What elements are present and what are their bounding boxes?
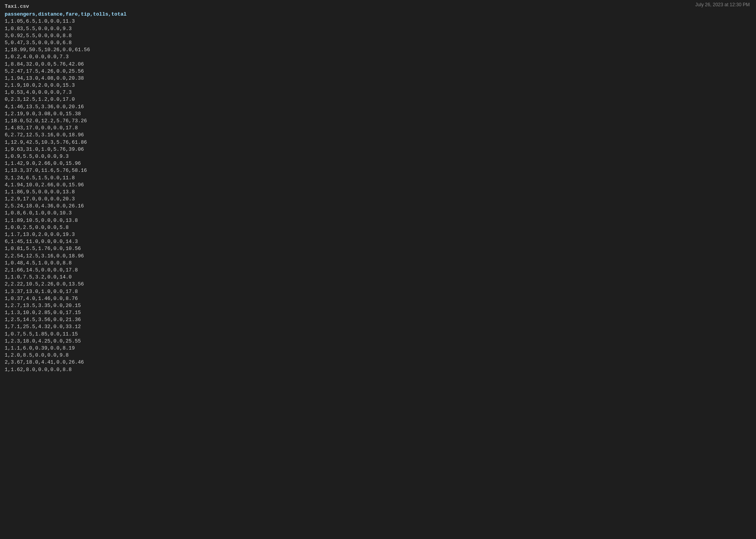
table-row: 4,1.94,10.0,2.66,0.0,15.96: [5, 182, 751, 189]
table-row: 1,1.42,9.0,2.66,0.0,15.96: [5, 160, 751, 167]
table-row: 1,0.8,6.0,1.0,0.0,10.3: [5, 210, 751, 217]
table-row: 1,12.9,42.5,10.3,5.76,61.86: [5, 139, 751, 146]
table-row: 4,1.46,13.5,3.36,0.0,20.16: [5, 104, 751, 111]
table-row: 1,13.3,37.0,11.6,5.76,58.16: [5, 167, 751, 174]
table-row: 3,1.24,6.5,1.5,0.0,11.8: [5, 175, 751, 182]
table-row: 1,1.89,10.5,0.0,0.0,13.8: [5, 217, 751, 224]
table-row: 2,2.22,10.5,2.26,0.0,13.56: [5, 281, 751, 288]
table-row: 1,8.84,32.0,0.0,5.76,42.06: [5, 61, 751, 68]
timestamp: July 26, 2023 at 12:30 PM: [695, 2, 750, 7]
table-row: 1,0.37,4.0,1.46,0.0,8.76: [5, 295, 751, 302]
table-row: 1,2.0,8.5,0.0,0.0,9.8: [5, 352, 751, 359]
table-row: 6,1.45,11.0,0.0,0.0,14.3: [5, 238, 751, 245]
table-row: 1,4.83,17.0,0.0,0.0,17.8: [5, 125, 751, 132]
table-row: 0,2.3,12.5,1.2,0.0,17.0: [5, 96, 751, 103]
filename: Taxi.csv: [5, 3, 751, 10]
table-row: 3,0.92,5.5,0.0,0.0,8.8: [5, 32, 751, 39]
table-row: 1,0.2,4.0,0.0,0.0,7.3: [5, 54, 751, 61]
table-row: 1,0.83,5.5,0.0,0.0,9.3: [5, 25, 751, 32]
table-row: 1,18.0,52.0,12.2,5.76,73.26: [5, 118, 751, 125]
table-row: 1,1.7,13.0,2.0,0.0,19.3: [5, 231, 751, 238]
table-row: 2,2.54,12.5,3.16,0.0,18.96: [5, 253, 751, 260]
table-row: 1,1.62,8.0,0.0,0.0,8.8: [5, 366, 751, 373]
table-row: 2,3.67,18.0,4.41,0.0,26.46: [5, 359, 751, 366]
table-row: 2,5.24,18.0,4.36,0.0,26.16: [5, 203, 751, 210]
table-row: 5,0.47,3.5,0.0,0.0,6.8: [5, 39, 751, 46]
table-row: 1,2.19,9.0,3.08,0.0,15.38: [5, 111, 751, 118]
table-row: 1,18.99,50.5,10.26,0.0,61.56: [5, 46, 751, 54]
table-row: 1,2.7,13.5,3.35,0.0,20.15: [5, 302, 751, 309]
table-row: 1,1.05,6.5,1.0,0.0,11.3: [5, 18, 751, 25]
table-row: 1,1.0,7.5,3.2,0.0,14.0: [5, 274, 751, 281]
table-row: 1,3.37,13.0,1.0,0.0,17.8: [5, 288, 751, 295]
table-row: 1,2.9,17.0,0.0,0.0,20.3: [5, 196, 751, 203]
table-row: 1,1.1,6.0,0.39,0.0,8.19: [5, 345, 751, 352]
table-row: 6,2.72,12.5,3.16,0.0,18.96: [5, 132, 751, 139]
table-row: 1,0.9,5.5,0.0,0.0,9.3: [5, 153, 751, 160]
table-row: 1,1.86,9.5,0.0,0.0,13.8: [5, 189, 751, 196]
csv-header: passengers,distance,fare,tip,tolls,total: [5, 11, 751, 18]
csv-data: 1,1.05,6.5,1.0,0.0,11.31,0.83,5.5,0.0,0.…: [5, 18, 751, 373]
table-row: 1,0.53,4.0,0.0,0.0,7.3: [5, 89, 751, 96]
table-row: 1,2.5,14.5,3.56,0.0,21.36: [5, 316, 751, 323]
table-row: 1,0.0,2.5,0.0,0.0,5.8: [5, 224, 751, 231]
table-row: 5,2.47,17.5,4.26,0.0,25.56: [5, 68, 751, 75]
table-row: 1,2.3,18.0,4.25,0.0,25.55: [5, 338, 751, 345]
table-row: 2,1.9,10.0,2.0,0.0,15.3: [5, 82, 751, 89]
table-row: 1,0.81,5.5,1.76,0.0,10.56: [5, 245, 751, 252]
table-row: 1,0.48,4.5,1.0,0.0,8.8: [5, 260, 751, 267]
table-row: 1,9.63,31.0,1.0,5.76,39.06: [5, 146, 751, 153]
table-row: 1,1.3,10.0,2.85,0.0,17.15: [5, 309, 751, 316]
table-row: 2,1.66,14.5,0.0,0.0,17.8: [5, 267, 751, 274]
table-row: 1,1.94,13.0,4.08,0.0,20.38: [5, 75, 751, 82]
table-row: 1,0.7,5.5,1.85,0.0,11.15: [5, 331, 751, 338]
table-row: 1,7.1,25.5,4.32,0.0,33.12: [5, 323, 751, 330]
